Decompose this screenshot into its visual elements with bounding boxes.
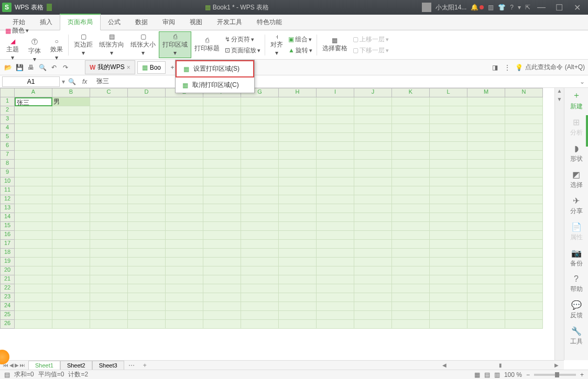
cell[interactable]: [241, 204, 279, 213]
cell[interactable]: [128, 213, 166, 222]
minimize-button[interactable]: —: [535, 3, 548, 12]
cell[interactable]: [15, 204, 52, 213]
row-header[interactable]: 4: [0, 124, 15, 133]
column-header[interactable]: C: [90, 88, 128, 97]
column-header[interactable]: D: [128, 88, 166, 97]
cell[interactable]: [430, 311, 467, 320]
help-icon[interactable]: ?: [510, 4, 514, 11]
cell[interactable]: [430, 249, 467, 258]
cell[interactable]: [279, 186, 317, 195]
cell[interactable]: [505, 258, 543, 266]
cell[interactable]: [52, 186, 90, 195]
undo-icon[interactable]: ↶: [49, 63, 59, 72]
cell[interactable]: [392, 106, 430, 115]
cell[interactable]: [354, 169, 392, 177]
cell[interactable]: [166, 275, 203, 284]
cell[interactable]: [128, 124, 166, 133]
cell[interactable]: [15, 186, 52, 195]
cell[interactable]: [241, 177, 279, 186]
cell[interactable]: [430, 213, 467, 222]
sidepanel-item[interactable]: 📷备份: [570, 248, 583, 268]
cell[interactable]: [128, 177, 166, 186]
cell[interactable]: [430, 160, 467, 169]
cell[interactable]: [15, 240, 52, 249]
cell[interactable]: [354, 284, 392, 293]
cell[interactable]: [203, 293, 241, 302]
cell[interactable]: [52, 204, 90, 213]
cell[interactable]: [203, 142, 241, 151]
group-button[interactable]: ▣组合 ▾: [286, 35, 314, 44]
fx-label[interactable]: fx: [79, 78, 90, 85]
cell[interactable]: [392, 204, 430, 213]
cell[interactable]: [15, 266, 52, 275]
cell[interactable]: [15, 133, 52, 142]
cell[interactable]: [279, 133, 317, 142]
cell[interactable]: [15, 106, 52, 115]
cell[interactable]: [467, 302, 505, 311]
cell[interactable]: [203, 284, 241, 293]
cell[interactable]: [128, 142, 166, 151]
cell[interactable]: [52, 311, 90, 320]
horizontal-scrollbar[interactable]: ◀ ▮ ▶: [151, 362, 564, 368]
cell[interactable]: [90, 266, 128, 275]
cell[interactable]: [467, 133, 505, 142]
cell[interactable]: [392, 293, 430, 302]
column-header[interactable]: M: [467, 88, 505, 97]
cell[interactable]: [354, 213, 392, 222]
cell[interactable]: [52, 302, 90, 311]
cell[interactable]: [392, 311, 430, 320]
cell[interactable]: [128, 160, 166, 169]
column-header[interactable]: B: [52, 88, 90, 97]
column-header[interactable]: J: [354, 88, 392, 97]
cell[interactable]: [166, 115, 203, 124]
external-icon[interactable]: ⇱: [525, 4, 530, 11]
cell[interactable]: [317, 169, 354, 177]
cell[interactable]: [392, 195, 430, 204]
cell[interactable]: [430, 133, 467, 142]
cell[interactable]: [317, 106, 354, 115]
cell[interactable]: [15, 124, 52, 133]
sidepanel-item[interactable]: ✈分享: [570, 196, 583, 216]
cell[interactable]: [279, 115, 317, 124]
cell[interactable]: [15, 311, 52, 320]
cell[interactable]: [279, 160, 317, 169]
cell[interactable]: [279, 142, 317, 151]
vertical-scrollbar[interactable]: ▲ ▼: [554, 88, 564, 360]
cell[interactable]: [317, 240, 354, 249]
cell[interactable]: [15, 177, 52, 186]
cell[interactable]: [317, 231, 354, 240]
cell[interactable]: [128, 204, 166, 213]
cell[interactable]: [166, 240, 203, 249]
cell[interactable]: [392, 124, 430, 133]
cell[interactable]: [354, 151, 392, 160]
row-header[interactable]: 21: [0, 275, 15, 284]
cell[interactable]: [392, 258, 430, 266]
cell[interactable]: [279, 204, 317, 213]
tab-view[interactable]: 视图: [182, 15, 210, 30]
cell[interactable]: [467, 169, 505, 177]
hscroll-right-icon[interactable]: ▶: [554, 362, 559, 368]
cell[interactable]: [52, 293, 90, 302]
cell[interactable]: [203, 266, 241, 275]
cell[interactable]: [52, 133, 90, 142]
cell[interactable]: [279, 293, 317, 302]
cell[interactable]: [128, 195, 166, 204]
cell[interactable]: [241, 311, 279, 320]
cell[interactable]: [166, 160, 203, 169]
close-tab-icon[interactable]: ×: [127, 64, 130, 71]
cell[interactable]: [203, 311, 241, 320]
sheet-tab-2[interactable]: Sheet2: [60, 361, 92, 370]
cell[interactable]: [354, 240, 392, 249]
cell[interactable]: [467, 186, 505, 195]
cell[interactable]: [505, 302, 543, 311]
cell[interactable]: [505, 249, 543, 258]
cell[interactable]: [52, 222, 90, 231]
cell[interactable]: [354, 106, 392, 115]
cell[interactable]: [166, 258, 203, 266]
row-header[interactable]: 22: [0, 284, 15, 293]
close-button[interactable]: ✕: [570, 3, 584, 13]
cell[interactable]: [241, 258, 279, 266]
cell[interactable]: [166, 97, 203, 106]
cell[interactable]: [505, 115, 543, 124]
view-break-icon[interactable]: ▥: [494, 371, 500, 378]
